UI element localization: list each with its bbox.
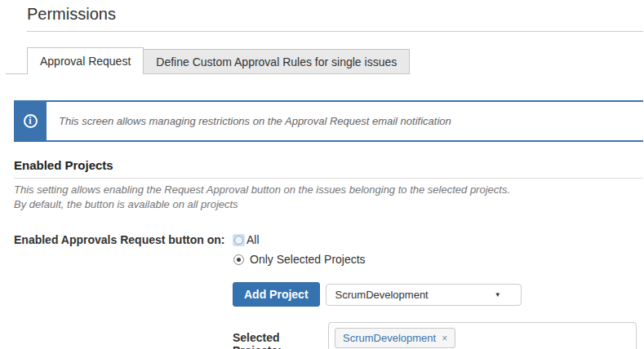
radio-option-all[interactable]: All (233, 233, 366, 246)
radio-all-unselected-icon (234, 236, 243, 245)
add-project-button[interactable]: Add Project (233, 282, 320, 307)
remove-tag-icon[interactable]: × (442, 333, 447, 344)
info-banner-icon-cell: i (14, 102, 47, 140)
enabled-projects-heading: Enabled Projects (14, 158, 643, 179)
enabled-projects-description-line1: This setting allows enabling the Request… (14, 183, 644, 197)
info-banner: i This screen allows managing restrictio… (14, 100, 643, 142)
enabled-approvals-field-label: Enabled Approvals Request button on: (14, 233, 233, 246)
project-select-dropdown[interactable]: ScrumDevelopment ▼ (326, 284, 522, 306)
add-project-row: Add Project ScrumDevelopment ▼ (233, 282, 644, 307)
chevron-down-icon: ▼ (495, 291, 501, 298)
tab-bar: Approval Request Define Custom Approval … (0, 47, 644, 74)
info-icon: i (24, 114, 38, 128)
tab-define-custom-approval-rules-label: Define Custom Approval Rules for single … (156, 55, 397, 68)
radio-option-only-selected-projects[interactable]: Only Selected Projects (233, 253, 366, 266)
selected-projects-input[interactable]: ScrumDevelopment × (328, 322, 637, 349)
page-title: Permissions (27, 5, 644, 24)
project-tag-label: ScrumDevelopment (343, 332, 436, 344)
tab-bar-lead-rule (6, 47, 27, 74)
enabled-projects-description-line2: By default, the button is available on a… (14, 197, 644, 212)
radio-selected-icon (233, 254, 244, 265)
selected-projects-row: Selected Projects: ScrumDevelopment × (233, 322, 644, 349)
tab-define-custom-approval-rules[interactable]: Define Custom Approval Rules for single … (144, 49, 410, 74)
tab-approval-request-label: Approval Request (40, 55, 131, 68)
title-divider (27, 31, 643, 32)
radio-all-focus-ring[interactable] (233, 234, 245, 246)
radio-all-label: All (246, 233, 260, 246)
enabled-approvals-field-row: Enabled Approvals Request button on: All… (0, 233, 644, 266)
radio-selected-dot (237, 258, 241, 262)
tab-approval-request[interactable]: Approval Request (27, 47, 144, 74)
project-tag: ScrumDevelopment × (335, 328, 455, 348)
info-banner-text: This screen allows managing restrictions… (47, 102, 643, 140)
projects-scope-radio-group: All Only Selected Projects (233, 233, 366, 266)
project-select-value: ScrumDevelopment (335, 289, 429, 301)
selected-projects-label: Selected Projects: (233, 322, 328, 349)
radio-only-selected-label: Only Selected Projects (250, 253, 366, 266)
